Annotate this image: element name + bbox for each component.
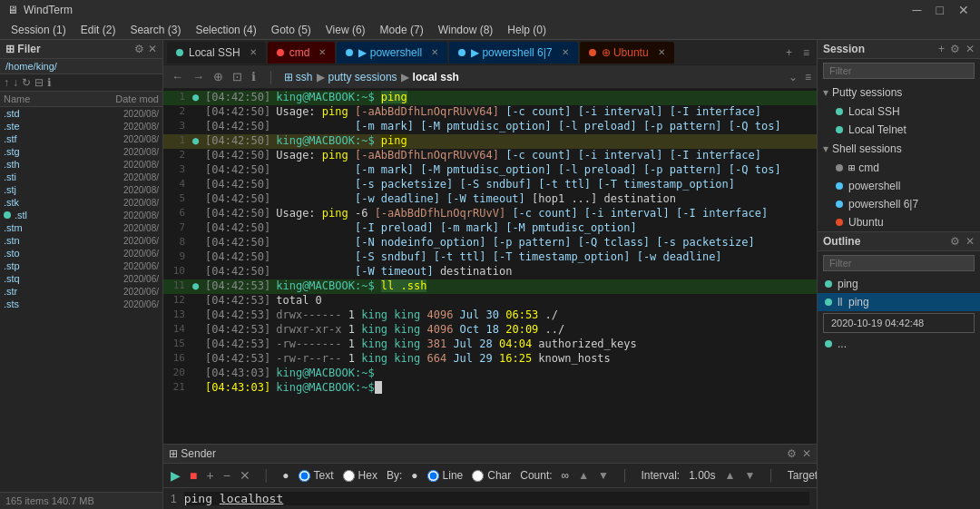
session-item-powershell67[interactable]: powershell 6|7 xyxy=(818,195,980,213)
download-icon[interactable]: ↓ xyxy=(13,76,18,89)
list-item[interactable]: .stm2020/08/ xyxy=(0,221,162,234)
count-down-button[interactable]: ▼ xyxy=(598,469,609,482)
session-add-icon[interactable]: + xyxy=(938,43,945,55)
back-button[interactable]: ← xyxy=(169,70,186,83)
line-number: 12 xyxy=(167,294,192,306)
putty-sessions-header[interactable]: ▾ Putty sessions xyxy=(818,83,980,103)
sender-panel: ⊞ Sender ⚙ ✕ ▶ ■ + − ✕ │ ● Text xyxy=(163,444,817,509)
tab-dot-powershell xyxy=(346,49,353,56)
list-item[interactable]: .stk2020/08/ xyxy=(0,196,162,209)
session-item-local-telnet[interactable]: Local Telnet xyxy=(818,121,980,139)
menu-edit[interactable]: Edit (2) xyxy=(74,22,123,38)
info-toolbar-button[interactable]: ℹ xyxy=(249,70,259,83)
tab-close-powershell[interactable]: ✕ xyxy=(431,47,438,57)
file-panel-settings-icon[interactable]: ⚙ xyxy=(134,43,144,55)
session-item-ubuntu[interactable]: Ubuntu xyxy=(818,213,980,231)
interval-down-button[interactable]: ▼ xyxy=(744,469,755,482)
tab-cmd[interactable]: cmd ✕ xyxy=(268,42,336,64)
list-item[interactable]: .stl2020/08/ xyxy=(0,209,162,221)
list-item[interactable]: .sts2020/06/ xyxy=(0,298,162,310)
session-item-powershell[interactable]: powershell xyxy=(818,177,980,195)
tab-close-local-ssh[interactable]: ✕ xyxy=(250,47,257,57)
count-up-button[interactable]: ▲ xyxy=(578,469,589,482)
list-item[interactable]: .stp2020/06/ xyxy=(0,259,162,272)
tab-local-ssh[interactable]: Local SSH ✕ xyxy=(167,42,266,64)
upload-icon[interactable]: ↑ xyxy=(4,76,9,89)
interval-up-button[interactable]: ▲ xyxy=(725,469,736,482)
sender-clear-button[interactable]: ✕ xyxy=(240,468,250,483)
outline-settings-icon[interactable]: ⚙ xyxy=(950,235,960,248)
forward-button[interactable]: → xyxy=(190,70,207,83)
outline-item-dots[interactable]: ... xyxy=(818,335,980,353)
menu-search[interactable]: Search (3) xyxy=(122,22,188,38)
list-item[interactable]: .sth2020/08/ xyxy=(0,158,162,171)
radio-char[interactable] xyxy=(472,470,484,482)
session-panel-title: Session xyxy=(823,43,865,55)
file-panel-close-icon[interactable]: ✕ xyxy=(148,43,157,55)
tab-powershell67[interactable]: ▶ powershell 6|7 ✕ xyxy=(449,42,578,64)
session-item-local-ssh[interactable]: Local SSH xyxy=(818,103,980,121)
copy-button[interactable]: ⊕ xyxy=(211,70,226,83)
tab-close-ubuntu[interactable]: ✕ xyxy=(658,47,665,57)
menu-mode[interactable]: Mode (7) xyxy=(373,22,431,38)
session-filter-input[interactable] xyxy=(823,63,975,79)
session-item-cmd[interactable]: ⊞ cmd xyxy=(818,159,980,177)
local-ssh-dot xyxy=(836,108,843,115)
list-item[interactable]: .sti2020/08/ xyxy=(0,171,162,183)
sender-remove-button[interactable]: − xyxy=(223,468,230,483)
list-item[interactable]: .stf2020/08/ xyxy=(0,132,162,145)
minimize-button[interactable]: ─ xyxy=(909,3,926,17)
list-item[interactable]: .str2020/06/ xyxy=(0,285,162,298)
list-item[interactable]: .stj2020/08/ xyxy=(0,183,162,196)
list-item[interactable]: .sto2020/06/ xyxy=(0,247,162,259)
radio-hex[interactable] xyxy=(343,470,355,482)
list-item[interactable]: .std2020/08/ xyxy=(0,107,162,120)
split-icon[interactable]: ⊟ xyxy=(34,76,44,89)
terminal-content[interactable]: 1 ● [04:42:50] king@MACBOOK:~$ ping 2 [0… xyxy=(163,89,817,444)
maximize-button[interactable]: □ xyxy=(933,3,947,17)
close-button[interactable]: ✕ xyxy=(955,3,973,17)
sender-close-icon[interactable]: ✕ xyxy=(802,447,811,460)
info-icon[interactable]: ℹ xyxy=(47,76,52,89)
menu-selection[interactable]: Selection (4) xyxy=(188,22,263,38)
list-item[interactable]: .stg2020/08/ xyxy=(0,145,162,158)
address-expand-button[interactable]: ⌄ xyxy=(789,71,798,83)
tab-powershell[interactable]: ▶ powershell ✕ xyxy=(337,42,447,64)
sync-icon[interactable]: ↻ xyxy=(22,76,31,89)
timestamp: [04:42:53] xyxy=(205,352,270,365)
new-tab-button[interactable]: + xyxy=(780,46,798,59)
tab-more-button[interactable]: ≡ xyxy=(799,46,813,59)
outline-item-ping[interactable]: ping xyxy=(818,275,980,293)
sender-input-text[interactable]: ping localhost xyxy=(184,492,809,505)
menu-session[interactable]: Session (1) xyxy=(4,22,74,38)
menu-window[interactable]: Window (8) xyxy=(431,22,501,38)
line-content: Usage: ping [-aAbBdDfhLnOqrRUvV64] [-c c… xyxy=(276,105,761,118)
outline-item-ll-ping[interactable]: ll ping xyxy=(818,293,980,311)
list-item[interactable]: .stn2020/06/ xyxy=(0,234,162,247)
sender-play-button[interactable]: ▶ xyxy=(171,468,181,483)
address-more-button[interactable]: ≡ xyxy=(805,71,811,83)
tab-close-powershell67[interactable]: ✕ xyxy=(562,47,569,57)
session-close-icon[interactable]: ✕ xyxy=(965,43,975,55)
radio-line[interactable] xyxy=(427,470,439,482)
shell-sessions-header[interactable]: ▾ Shell sessions xyxy=(818,139,980,159)
menu-goto[interactable]: Goto (5) xyxy=(264,22,318,38)
menu-help[interactable]: Help (0) xyxy=(500,22,554,38)
outline-close-icon[interactable]: ✕ xyxy=(965,235,975,248)
paste-button[interactable]: ⊡ xyxy=(230,70,245,83)
session-settings-icon[interactable]: ⚙ xyxy=(950,43,960,55)
line-number: 16 xyxy=(167,352,192,364)
menu-view[interactable]: View (6) xyxy=(318,22,373,38)
radio-text[interactable] xyxy=(299,470,310,482)
list-item[interactable]: .ste2020/08/ xyxy=(0,120,162,132)
outline-filter-input[interactable] xyxy=(823,255,975,271)
outline-ping-dot xyxy=(825,280,832,288)
tab-close-cmd[interactable]: ✕ xyxy=(318,47,326,57)
sender-stop-button[interactable]: ■ xyxy=(190,468,197,483)
tab-ubuntu[interactable]: ⊕ Ubuntu ✕ xyxy=(580,42,674,64)
sender-settings-icon[interactable]: ⚙ xyxy=(787,447,797,460)
sender-add-button[interactable]: + xyxy=(206,468,213,483)
tab-label-powershell67: ▶ powershell 6|7 xyxy=(471,46,553,59)
session-filter-container xyxy=(818,59,980,83)
list-item[interactable]: .stq2020/06/ xyxy=(0,272,162,285)
